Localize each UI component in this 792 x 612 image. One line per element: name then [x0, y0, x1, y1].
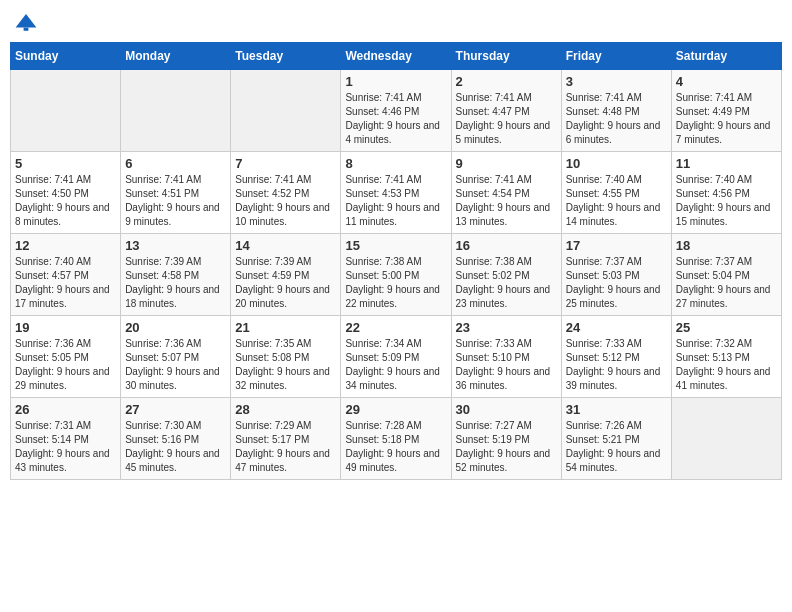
- day-number: 7: [235, 156, 336, 171]
- calendar-cell: 5Sunrise: 7:41 AM Sunset: 4:50 PM Daylig…: [11, 152, 121, 234]
- calendar-cell: 10Sunrise: 7:40 AM Sunset: 4:55 PM Dayli…: [561, 152, 671, 234]
- calendar-cell: 31Sunrise: 7:26 AM Sunset: 5:21 PM Dayli…: [561, 398, 671, 480]
- day-number: 9: [456, 156, 557, 171]
- day-number: 26: [15, 402, 116, 417]
- day-number: 6: [125, 156, 226, 171]
- day-number: 17: [566, 238, 667, 253]
- day-info: Sunrise: 7:41 AM Sunset: 4:54 PM Dayligh…: [456, 173, 557, 229]
- day-info: Sunrise: 7:33 AM Sunset: 5:10 PM Dayligh…: [456, 337, 557, 393]
- day-info: Sunrise: 7:41 AM Sunset: 4:50 PM Dayligh…: [15, 173, 116, 229]
- day-number: 1: [345, 74, 446, 89]
- day-info: Sunrise: 7:35 AM Sunset: 5:08 PM Dayligh…: [235, 337, 336, 393]
- day-info: Sunrise: 7:41 AM Sunset: 4:51 PM Dayligh…: [125, 173, 226, 229]
- calendar-cell: 20Sunrise: 7:36 AM Sunset: 5:07 PM Dayli…: [121, 316, 231, 398]
- calendar-week-1: 1Sunrise: 7:41 AM Sunset: 4:46 PM Daylig…: [11, 70, 782, 152]
- day-info: Sunrise: 7:37 AM Sunset: 5:04 PM Dayligh…: [676, 255, 777, 311]
- calendar-cell: 29Sunrise: 7:28 AM Sunset: 5:18 PM Dayli…: [341, 398, 451, 480]
- day-number: 15: [345, 238, 446, 253]
- day-info: Sunrise: 7:34 AM Sunset: 5:09 PM Dayligh…: [345, 337, 446, 393]
- day-number: 4: [676, 74, 777, 89]
- calendar-cell: 17Sunrise: 7:37 AM Sunset: 5:03 PM Dayli…: [561, 234, 671, 316]
- day-number: 19: [15, 320, 116, 335]
- day-info: Sunrise: 7:39 AM Sunset: 4:58 PM Dayligh…: [125, 255, 226, 311]
- day-info: Sunrise: 7:41 AM Sunset: 4:47 PM Dayligh…: [456, 91, 557, 147]
- calendar-cell: 16Sunrise: 7:38 AM Sunset: 5:02 PM Dayli…: [451, 234, 561, 316]
- day-number: 16: [456, 238, 557, 253]
- calendar-cell: [671, 398, 781, 480]
- calendar-cell: 14Sunrise: 7:39 AM Sunset: 4:59 PM Dayli…: [231, 234, 341, 316]
- calendar-cell: 30Sunrise: 7:27 AM Sunset: 5:19 PM Dayli…: [451, 398, 561, 480]
- calendar-cell: [231, 70, 341, 152]
- calendar-week-5: 26Sunrise: 7:31 AM Sunset: 5:14 PM Dayli…: [11, 398, 782, 480]
- day-info: Sunrise: 7:38 AM Sunset: 5:00 PM Dayligh…: [345, 255, 446, 311]
- day-info: Sunrise: 7:26 AM Sunset: 5:21 PM Dayligh…: [566, 419, 667, 475]
- day-info: Sunrise: 7:41 AM Sunset: 4:46 PM Dayligh…: [345, 91, 446, 147]
- day-number: 12: [15, 238, 116, 253]
- day-info: Sunrise: 7:30 AM Sunset: 5:16 PM Dayligh…: [125, 419, 226, 475]
- day-number: 24: [566, 320, 667, 335]
- calendar-body: 1Sunrise: 7:41 AM Sunset: 4:46 PM Daylig…: [11, 70, 782, 480]
- calendar-cell: 28Sunrise: 7:29 AM Sunset: 5:17 PM Dayli…: [231, 398, 341, 480]
- calendar-cell: [11, 70, 121, 152]
- day-number: 8: [345, 156, 446, 171]
- calendar-cell: 12Sunrise: 7:40 AM Sunset: 4:57 PM Dayli…: [11, 234, 121, 316]
- logo-icon: [14, 10, 38, 34]
- day-number: 22: [345, 320, 446, 335]
- calendar-cell: 22Sunrise: 7:34 AM Sunset: 5:09 PM Dayli…: [341, 316, 451, 398]
- weekday-header-row: SundayMondayTuesdayWednesdayThursdayFrid…: [11, 43, 782, 70]
- day-info: Sunrise: 7:33 AM Sunset: 5:12 PM Dayligh…: [566, 337, 667, 393]
- calendar-cell: 1Sunrise: 7:41 AM Sunset: 4:46 PM Daylig…: [341, 70, 451, 152]
- day-info: Sunrise: 7:41 AM Sunset: 4:53 PM Dayligh…: [345, 173, 446, 229]
- day-info: Sunrise: 7:41 AM Sunset: 4:48 PM Dayligh…: [566, 91, 667, 147]
- calendar-cell: 4Sunrise: 7:41 AM Sunset: 4:49 PM Daylig…: [671, 70, 781, 152]
- day-number: 5: [15, 156, 116, 171]
- day-info: Sunrise: 7:27 AM Sunset: 5:19 PM Dayligh…: [456, 419, 557, 475]
- day-info: Sunrise: 7:31 AM Sunset: 5:14 PM Dayligh…: [15, 419, 116, 475]
- weekday-header-saturday: Saturday: [671, 43, 781, 70]
- day-info: Sunrise: 7:40 AM Sunset: 4:56 PM Dayligh…: [676, 173, 777, 229]
- day-info: Sunrise: 7:40 AM Sunset: 4:57 PM Dayligh…: [15, 255, 116, 311]
- weekday-header-tuesday: Tuesday: [231, 43, 341, 70]
- day-number: 20: [125, 320, 226, 335]
- day-number: 23: [456, 320, 557, 335]
- calendar-cell: 8Sunrise: 7:41 AM Sunset: 4:53 PM Daylig…: [341, 152, 451, 234]
- calendar-cell: 25Sunrise: 7:32 AM Sunset: 5:13 PM Dayli…: [671, 316, 781, 398]
- day-number: 18: [676, 238, 777, 253]
- day-info: Sunrise: 7:39 AM Sunset: 4:59 PM Dayligh…: [235, 255, 336, 311]
- calendar-cell: 9Sunrise: 7:41 AM Sunset: 4:54 PM Daylig…: [451, 152, 561, 234]
- calendar-cell: 24Sunrise: 7:33 AM Sunset: 5:12 PM Dayli…: [561, 316, 671, 398]
- weekday-header-friday: Friday: [561, 43, 671, 70]
- day-number: 31: [566, 402, 667, 417]
- day-number: 27: [125, 402, 226, 417]
- page-header: [10, 10, 782, 34]
- calendar-cell: 27Sunrise: 7:30 AM Sunset: 5:16 PM Dayli…: [121, 398, 231, 480]
- calendar-cell: 15Sunrise: 7:38 AM Sunset: 5:00 PM Dayli…: [341, 234, 451, 316]
- day-number: 14: [235, 238, 336, 253]
- calendar-cell: 3Sunrise: 7:41 AM Sunset: 4:48 PM Daylig…: [561, 70, 671, 152]
- logo: [14, 10, 42, 34]
- calendar-cell: 13Sunrise: 7:39 AM Sunset: 4:58 PM Dayli…: [121, 234, 231, 316]
- svg-rect-1: [24, 28, 29, 31]
- calendar-week-2: 5Sunrise: 7:41 AM Sunset: 4:50 PM Daylig…: [11, 152, 782, 234]
- day-number: 28: [235, 402, 336, 417]
- calendar-week-4: 19Sunrise: 7:36 AM Sunset: 5:05 PM Dayli…: [11, 316, 782, 398]
- day-info: Sunrise: 7:29 AM Sunset: 5:17 PM Dayligh…: [235, 419, 336, 475]
- weekday-header-monday: Monday: [121, 43, 231, 70]
- day-number: 13: [125, 238, 226, 253]
- calendar-cell: 23Sunrise: 7:33 AM Sunset: 5:10 PM Dayli…: [451, 316, 561, 398]
- day-info: Sunrise: 7:41 AM Sunset: 4:52 PM Dayligh…: [235, 173, 336, 229]
- day-info: Sunrise: 7:36 AM Sunset: 5:07 PM Dayligh…: [125, 337, 226, 393]
- calendar-cell: 7Sunrise: 7:41 AM Sunset: 4:52 PM Daylig…: [231, 152, 341, 234]
- calendar-cell: 6Sunrise: 7:41 AM Sunset: 4:51 PM Daylig…: [121, 152, 231, 234]
- calendar-cell: 26Sunrise: 7:31 AM Sunset: 5:14 PM Dayli…: [11, 398, 121, 480]
- day-number: 30: [456, 402, 557, 417]
- day-number: 21: [235, 320, 336, 335]
- day-number: 25: [676, 320, 777, 335]
- day-number: 11: [676, 156, 777, 171]
- weekday-header-sunday: Sunday: [11, 43, 121, 70]
- calendar-cell: 21Sunrise: 7:35 AM Sunset: 5:08 PM Dayli…: [231, 316, 341, 398]
- day-info: Sunrise: 7:41 AM Sunset: 4:49 PM Dayligh…: [676, 91, 777, 147]
- calendar-cell: 18Sunrise: 7:37 AM Sunset: 5:04 PM Dayli…: [671, 234, 781, 316]
- day-info: Sunrise: 7:40 AM Sunset: 4:55 PM Dayligh…: [566, 173, 667, 229]
- day-info: Sunrise: 7:28 AM Sunset: 5:18 PM Dayligh…: [345, 419, 446, 475]
